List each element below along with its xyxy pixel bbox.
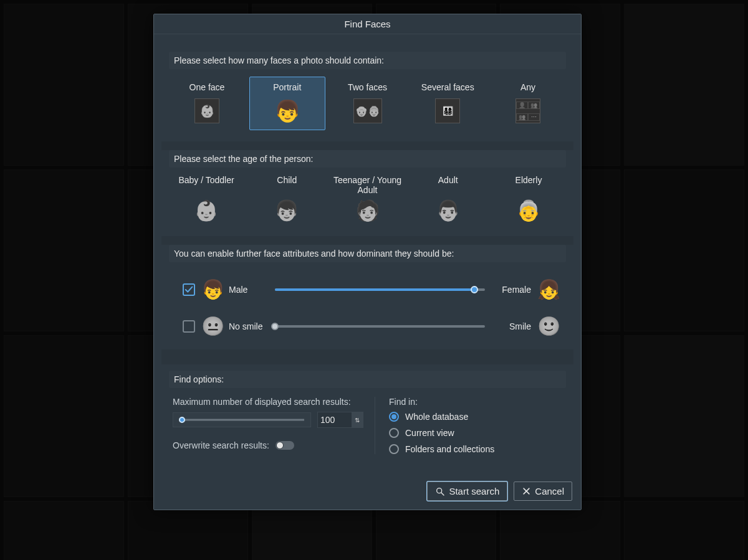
close-icon bbox=[522, 486, 531, 496]
age-header: Please select the age of the person: bbox=[169, 150, 566, 168]
max-results-label: Maximum number of displayed search resul… bbox=[173, 397, 363, 407]
facecount-header: Please select how many faces a photo sho… bbox=[169, 52, 566, 69]
findin-option-label: Whole database bbox=[405, 412, 468, 422]
age-label: Teenager / Young Adult bbox=[330, 175, 405, 195]
age-adult[interactable]: Adult 👨 bbox=[411, 175, 486, 222]
attributes-header: You can enable further face attributes a… bbox=[169, 245, 566, 262]
radio-icon bbox=[389, 412, 399, 422]
gender-left-label: Male bbox=[229, 285, 264, 295]
findin-whole-database[interactable]: Whole database bbox=[389, 412, 562, 422]
radio-icon bbox=[389, 428, 399, 438]
findin-folders-collections[interactable]: Folders and collections bbox=[389, 444, 562, 454]
smile-checkbox[interactable] bbox=[183, 320, 195, 333]
age-elderly[interactable]: Elderly 👵 bbox=[491, 175, 566, 222]
gender-slider[interactable] bbox=[275, 283, 485, 296]
max-results-spinbox[interactable]: ⇅ bbox=[317, 412, 363, 428]
child-icon: 👦 bbox=[274, 199, 299, 222]
facecount-several-faces[interactable]: Several faces 👨‍👩‍👧‍👦 bbox=[410, 77, 486, 130]
svg-point-0 bbox=[437, 488, 442, 493]
facecount-one-face[interactable]: One face 👶 bbox=[169, 77, 245, 130]
facecount-label: Portrait bbox=[252, 82, 322, 92]
start-search-button[interactable]: Start search bbox=[427, 482, 507, 501]
start-search-label: Start search bbox=[449, 486, 499, 496]
teen-icon: 🧑 bbox=[355, 199, 380, 222]
smile-face-icon: 🙂 bbox=[537, 315, 559, 337]
spin-buttons-icon[interactable]: ⇅ bbox=[352, 412, 363, 427]
findin-label: Find in: bbox=[389, 397, 562, 407]
facecount-label: Any bbox=[493, 82, 563, 92]
overwrite-label: Overwrite search results: bbox=[173, 440, 269, 450]
facecount-label: Several faces bbox=[413, 82, 482, 92]
no-smile-face-icon: 😐 bbox=[201, 315, 223, 337]
facecount-label: One face bbox=[172, 82, 242, 92]
search-icon bbox=[435, 486, 445, 496]
find-faces-dialog: Find Faces Please select how many faces … bbox=[153, 14, 582, 510]
family-icon: 👨‍👩‍👧‍👦 bbox=[435, 98, 460, 123]
age-baby-toddler[interactable]: Baby / Toddler 👶 bbox=[169, 175, 244, 222]
gender-checkbox[interactable] bbox=[183, 283, 195, 296]
facecount-any[interactable]: Any 👤👥👥⋯ bbox=[490, 77, 566, 130]
female-face-icon: 👧 bbox=[537, 278, 559, 300]
age-teenager[interactable]: Teenager / Young Adult 🧑 bbox=[330, 175, 405, 222]
max-results-input[interactable] bbox=[318, 415, 352, 425]
age-label: Adult bbox=[411, 175, 486, 195]
age-child[interactable]: Child 👦 bbox=[249, 175, 324, 222]
smile-slider[interactable] bbox=[275, 320, 485, 333]
grid-any-icon: 👤👥👥⋯ bbox=[515, 98, 540, 123]
baby-face-icon: 👶 bbox=[194, 98, 219, 123]
gender-right-label: Female bbox=[496, 285, 531, 295]
cancel-button[interactable]: Cancel bbox=[514, 482, 572, 501]
age-options: Baby / Toddler 👶 Child 👦 Teenager / Youn… bbox=[169, 168, 566, 236]
findin-current-view[interactable]: Current view bbox=[389, 428, 562, 438]
facecount-label: Two faces bbox=[333, 82, 403, 92]
facecount-portrait[interactable]: Portrait 👦 bbox=[249, 77, 325, 130]
findin-option-label: Folders and collections bbox=[405, 444, 494, 454]
smile-left-label: No smile bbox=[229, 321, 264, 331]
cancel-label: Cancel bbox=[535, 486, 564, 496]
find-options-header: Find options: bbox=[169, 371, 566, 388]
overwrite-toggle[interactable] bbox=[276, 441, 294, 450]
two-faces-icon: 👴👵 bbox=[353, 98, 382, 123]
dialog-title: Find Faces bbox=[154, 14, 581, 34]
attribute-gender-row: 👦 Male Female 👧 bbox=[183, 271, 559, 308]
age-label: Child bbox=[249, 175, 324, 195]
attribute-smile-row: 😐 No smile Smile 🙂 bbox=[183, 308, 559, 344]
smile-right-label: Smile bbox=[496, 321, 531, 331]
findin-option-label: Current view bbox=[405, 428, 454, 438]
age-label: Elderly bbox=[491, 175, 566, 195]
adult-icon: 👨 bbox=[436, 199, 461, 222]
facecount-two-faces[interactable]: Two faces 👴👵 bbox=[330, 77, 406, 130]
male-face-icon: 👦 bbox=[201, 278, 223, 300]
age-label: Baby / Toddler bbox=[169, 175, 244, 195]
boy-face-icon: 👦 bbox=[275, 98, 300, 123]
radio-icon bbox=[389, 444, 399, 454]
baby-icon: 👶 bbox=[194, 199, 219, 222]
check-icon bbox=[185, 285, 193, 294]
svg-line-1 bbox=[441, 493, 444, 495]
elderly-icon: 👵 bbox=[516, 199, 541, 222]
max-results-slider[interactable] bbox=[173, 412, 311, 427]
facecount-options: One face 👶 Portrait 👦 Two faces 👴👵 Sever… bbox=[169, 69, 566, 141]
